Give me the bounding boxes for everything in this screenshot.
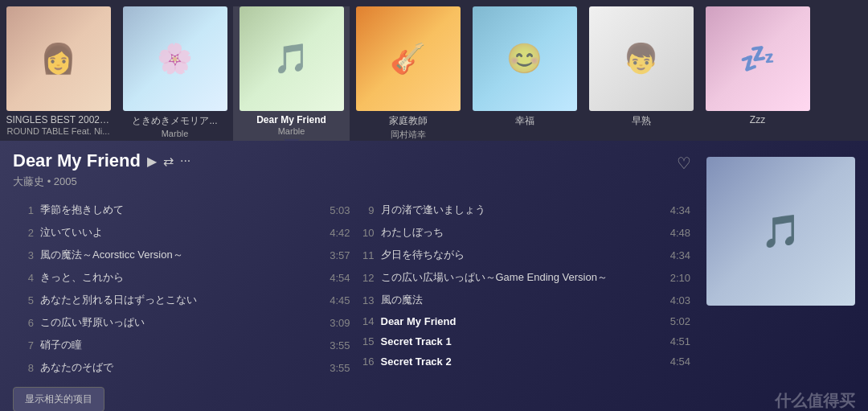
track-name: 風の魔法～Acorsticc Version～: [40, 248, 323, 262]
track-row[interactable]: 11夕日を待ちながら4:34: [354, 244, 694, 266]
album-title-3: Dear My Friend: [256, 114, 326, 125]
track-name: わたしぼっち: [381, 225, 664, 240]
track-number: 13: [357, 294, 375, 306]
album-item-1[interactable]: 👩SINGLES BEST 2002-...ROUND TABLE Feat. …: [0, 6, 117, 141]
album-item-6[interactable]: 👦早熟: [583, 6, 699, 141]
album-title-row: Dear My Friend ▶ ⇄ ···: [13, 150, 694, 171]
track-name: この広い野原いっぱい: [40, 315, 323, 330]
album-title-6: 早熟: [632, 114, 651, 128]
album-artist-2: Marble: [162, 129, 189, 138]
heart-button[interactable]: ♡: [677, 154, 691, 173]
album-title-7: Zzz: [750, 114, 765, 125]
track-row[interactable]: 12この広い広場いっぱい～Game Ending Version～2:10: [354, 266, 694, 289]
track-row[interactable]: 3風の魔法～Acorsticc Version～3:57: [13, 244, 354, 266]
track-number: 3: [16, 249, 34, 261]
track-number: 7: [16, 339, 34, 351]
track-row[interactable]: 1季節を抱きしめて5:03: [13, 199, 354, 221]
track-name: あなたのそばで: [40, 360, 323, 375]
album-year: 2005: [54, 175, 77, 187]
track-number: 11: [357, 249, 375, 261]
track-name: Secret Track 1: [381, 335, 664, 347]
track-name: 月の渚で逢いましょう: [381, 203, 664, 217]
track-number: 8: [16, 362, 34, 374]
track-name: 季節を抱きしめて: [40, 203, 323, 217]
album-main-title: Dear My Friend: [13, 150, 141, 171]
track-duration: 4:45: [330, 294, 350, 306]
album-item-7[interactable]: 💤Zzz: [699, 6, 816, 141]
album-item-4[interactable]: 🎸家庭教師岡村靖幸: [350, 6, 466, 141]
artist-name: 大藤史: [13, 175, 44, 187]
track-duration: 4:51: [670, 335, 690, 347]
track-name: Secret Track 2: [381, 356, 664, 368]
track-column-right: 9月の渚で逢いましょう4:3410わたしぼっち4:4811夕日を待ちながら4:3…: [354, 199, 694, 379]
track-duration: 4:54: [330, 272, 350, 284]
track-name: 夕日を待ちながら: [381, 248, 664, 262]
album-artist-1: ROUND TABLE Feat. Ni...: [7, 126, 110, 136]
track-row[interactable]: 9月の渚で逢いましょう4:34: [354, 199, 694, 221]
album-item-5[interactable]: 😊幸福: [466, 6, 583, 141]
track-name: 硝子の瞳: [40, 338, 323, 352]
track-row[interactable]: 8あなたのそばで3:55: [13, 356, 354, 379]
track-row[interactable]: 2泣いていいよ4:42: [13, 221, 354, 244]
track-duration: 3:57: [330, 249, 350, 261]
track-number: 16: [357, 356, 375, 368]
track-number: 15: [357, 335, 375, 347]
album-cover-5: 😊: [473, 6, 577, 111]
track-number: 6: [16, 317, 34, 329]
album-item-2[interactable]: 🌸ときめきメモリア...Marble: [117, 6, 233, 141]
track-number: 2: [16, 227, 34, 239]
track-name: あなたと別れる日はずっとこない: [40, 293, 323, 307]
album-item-3[interactable]: 🎵Dear My FriendMarble: [233, 6, 350, 141]
track-row[interactable]: 16Secret Track 24:54: [354, 351, 694, 372]
track-row[interactable]: 4きっと、これから4:54: [13, 266, 354, 289]
album-row: 👩SINGLES BEST 2002-...ROUND TABLE Feat. …: [0, 0, 868, 141]
track-duration: 4:34: [670, 204, 690, 216]
cover-art-image: 🎵: [706, 157, 855, 306]
track-duration: 3:55: [330, 362, 350, 374]
track-column-left: 1季節を抱きしめて5:032泣いていいよ4:423風の魔法～Acorsticc …: [13, 199, 354, 379]
track-duration: 4:34: [670, 249, 690, 261]
track-row[interactable]: 14Dear My Friend5:02: [354, 311, 694, 331]
track-duration: 3:09: [330, 317, 350, 329]
track-duration: 4:42: [330, 227, 350, 239]
track-duration: 3:55: [330, 339, 350, 351]
track-row[interactable]: 13風の魔法4:03: [354, 289, 694, 311]
play-button[interactable]: ▶: [147, 154, 157, 169]
track-number: 12: [357, 272, 375, 284]
track-number: 10: [357, 227, 375, 239]
album-cover-2: 🌸: [123, 6, 227, 111]
show-related-button[interactable]: 显示相关的项目: [13, 387, 104, 411]
track-number: 9: [357, 204, 375, 216]
album-cover-3: 🎵: [240, 6, 344, 111]
track-row[interactable]: 7硝子の瞳3:55: [13, 334, 354, 356]
track-name: この広い広場いっぱい～Game Ending Version～: [381, 270, 664, 285]
track-name: きっと、これから: [40, 270, 323, 285]
track-duration: 4:48: [670, 227, 690, 239]
track-duration: 2:10: [670, 272, 690, 284]
album-cover-6: 👦: [589, 6, 694, 111]
track-duration: 5:03: [330, 204, 350, 216]
track-row[interactable]: 15Secret Track 14:51: [354, 331, 694, 351]
watermark: 什么值得买: [775, 390, 855, 411]
album-detail: Dear My Friend ▶ ⇄ ··· 大藤史 • 2005 1季節を抱き…: [0, 141, 868, 411]
track-row[interactable]: 5あなたと別れる日はずっとこない4:45: [13, 289, 354, 311]
track-duration: 4:54: [670, 356, 690, 368]
track-row[interactable]: 6この広い野原いっぱい3:09: [13, 311, 354, 334]
track-duration: 4:03: [670, 294, 690, 306]
track-name: Dear My Friend: [381, 315, 664, 327]
track-duration: 5:02: [670, 315, 690, 327]
album-title-2: ときめきメモリア...: [132, 114, 217, 128]
tracks-container: 1季節を抱きしめて5:032泣いていいよ4:423風の魔法～Acorsticc …: [13, 199, 694, 379]
track-row[interactable]: 10わたしぼっち4:48: [354, 221, 694, 244]
album-title-4: 家庭教師: [389, 114, 428, 128]
track-number: 5: [16, 294, 34, 306]
album-artist-4: 岡村靖幸: [391, 129, 426, 141]
detail-left: Dear My Friend ▶ ⇄ ··· 大藤史 • 2005 1季節を抱き…: [13, 150, 706, 411]
more-button[interactable]: ···: [180, 154, 190, 168]
track-name: 風の魔法: [381, 293, 664, 307]
shuffle-button[interactable]: ⇄: [163, 154, 174, 169]
artist-year: 大藤史 • 2005: [13, 175, 694, 189]
album-title-1: SINGLES BEST 2002-...: [6, 114, 111, 125]
album-artist-3: Marble: [278, 126, 305, 136]
album-cover-7: 💤: [706, 6, 810, 111]
